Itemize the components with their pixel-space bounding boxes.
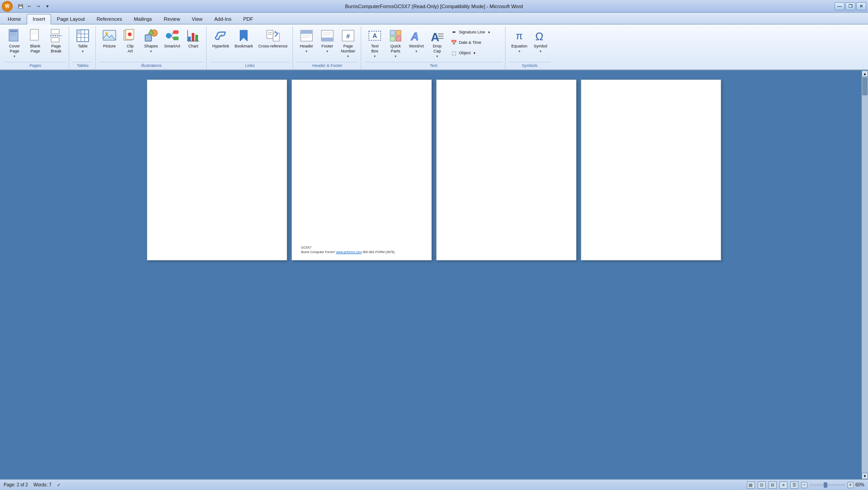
minimize-button[interactable]: — [835, 2, 844, 10]
status-right: ▤ ⊡ ⊟ ≡ ☰ − + 60% [747, 481, 864, 489]
undo-button[interactable]: ↩ [25, 2, 33, 10]
tab-addins[interactable]: Add-Ins [208, 14, 237, 24]
scroll-down-button[interactable]: ▼ [862, 473, 868, 479]
close-button[interactable]: ✕ [856, 2, 866, 10]
quick-parts-button[interactable]: QuickParts ▼ [386, 27, 406, 59]
shapes-icon [144, 28, 158, 43]
save-button[interactable]: 💾 [16, 2, 24, 10]
svg-rect-34 [273, 33, 279, 41]
page-number-label: PageNumber [341, 44, 355, 54]
cover-page-icon [7, 28, 22, 43]
signature-line-dropdown: ▼ [487, 31, 491, 34]
cover-page-button[interactable]: CoverPage ▼ [5, 27, 24, 59]
ribbon-group-tables: Table ▼ Tables [70, 26, 96, 70]
svg-rect-51 [390, 36, 395, 41]
picture-button[interactable]: Picture [99, 27, 119, 50]
scroll-track[interactable] [862, 77, 868, 473]
zoom-thumb[interactable] [824, 482, 827, 488]
print-layout-btn[interactable]: ▤ [747, 481, 755, 489]
text-box-label: TextBox [371, 44, 379, 54]
tab-pdf[interactable]: PDF [237, 14, 259, 24]
symbols-group-content: π Equation ▼ Ω Symbol ▼ [509, 27, 551, 61]
blank-page-button[interactable]: BlankPage [25, 27, 45, 55]
cross-reference-button[interactable]: Cross-reference [256, 27, 290, 50]
footer-dropdown: ▼ [326, 50, 329, 53]
tab-page-layout[interactable]: Page Layout [51, 14, 91, 24]
footer-button[interactable]: Footer ▼ [317, 27, 337, 54]
draft-view-btn[interactable]: ☰ [790, 481, 798, 489]
hyperlink-icon [213, 28, 228, 43]
equation-button[interactable]: π Equation ▼ [509, 27, 530, 54]
footer-line2: Burris Computer Forms* www.pcforms.com 8… [301, 250, 395, 254]
shapes-button[interactable]: Shapes ▼ [141, 27, 161, 54]
tab-review[interactable]: Review [158, 14, 186, 24]
cross-reference-icon [266, 28, 280, 43]
wordart-button[interactable]: A A WordArt ▼ [406, 27, 426, 54]
footer-line1: GC5X7 [301, 245, 395, 250]
page-1[interactable] [147, 80, 287, 260]
bookmark-icon [236, 28, 251, 43]
smartart-button[interactable]: SmartArt [162, 27, 183, 50]
zoom-in-button[interactable]: + [847, 482, 854, 488]
hyperlink-button[interactable]: Hyperlink [210, 27, 232, 50]
equation-icon: π [512, 28, 527, 43]
page-2[interactable]: GC5X7 Burris Computer Forms* www.pcforms… [292, 80, 432, 260]
object-button[interactable]: ⬚ Object ▼ [448, 48, 502, 58]
zoom-out-button[interactable]: − [801, 482, 807, 488]
table-button[interactable]: Table ▼ [73, 27, 93, 54]
page-break-button[interactable]: PageBreak [46, 27, 66, 55]
ribbon-group-symbols: π Equation ▼ Ω Symbol ▼ Symbols [506, 26, 553, 70]
date-time-button[interactable]: 📅 Date & Time [448, 38, 502, 47]
tables-group-label: Tables [73, 62, 93, 70]
redo-button[interactable]: ↪ [34, 2, 42, 10]
scroll-thumb[interactable] [862, 77, 868, 95]
svg-line-27 [171, 36, 173, 38]
footer-label: Footer [321, 44, 333, 49]
customize-qa-button[interactable]: ▼ [43, 2, 52, 10]
drop-cap-label: DropCap [433, 44, 442, 54]
scroll-up-button[interactable]: ▲ [862, 71, 868, 77]
shapes-label: Shapes [144, 44, 158, 49]
svg-rect-1 [10, 30, 17, 32]
vertical-scrollbar[interactable]: ▲ ▼ [862, 71, 868, 479]
svg-rect-23 [166, 33, 171, 38]
drop-cap-button[interactable]: A DropCap ▼ [427, 27, 447, 59]
clip-art-button[interactable]: ClipArt [120, 27, 140, 55]
page-4[interactable] [581, 80, 721, 260]
bookmark-button[interactable]: Bookmark [232, 27, 255, 50]
tab-mailings[interactable]: Mailings [128, 14, 158, 24]
table-label: Table [78, 44, 88, 49]
clip-art-icon [123, 28, 137, 43]
picture-label: Picture [103, 44, 116, 49]
tab-references[interactable]: References [91, 14, 128, 24]
page-3[interactable] [436, 80, 576, 260]
hyperlink-label: Hyperlink [212, 44, 230, 49]
web-layout-btn[interactable]: ⊟ [769, 481, 777, 489]
tab-home[interactable]: Home [2, 14, 27, 24]
tab-view[interactable]: View [186, 14, 208, 24]
bookmark-label: Bookmark [235, 44, 253, 49]
symbol-button[interactable]: Ω Symbol ▼ [531, 27, 551, 54]
picture-icon [102, 28, 117, 43]
tab-insert[interactable]: Insert [27, 14, 51, 24]
footer-link[interactable]: www.pcforms.com [336, 250, 362, 254]
signature-line-icon: ✒ [450, 28, 458, 36]
signature-line-button[interactable]: ✒ Signature Line ▼ [448, 27, 502, 37]
svg-rect-24 [173, 30, 179, 34]
svg-rect-4 [30, 29, 38, 40]
header-button[interactable]: Header ▼ [297, 27, 316, 54]
restore-button[interactable]: ❐ [845, 2, 855, 10]
page-number-button[interactable]: # PageNumber ▼ [338, 27, 358, 59]
outline-view-btn[interactable]: ≡ [779, 481, 788, 489]
zoom-track[interactable] [809, 484, 845, 486]
chart-button[interactable]: Chart [184, 27, 203, 50]
full-screen-btn[interactable]: ⊡ [758, 481, 766, 489]
ribbon-group-text: A TextBox ▼ QuickParts ▼ [362, 26, 505, 70]
svg-rect-28 [188, 37, 191, 41]
drop-cap-icon: A [430, 28, 444, 43]
zoom-level: 60% [855, 482, 864, 487]
signature-line-label: Signature Line [459, 30, 485, 34]
page-footer: GC5X7 Burris Computer Forms* www.pcforms… [301, 245, 395, 254]
object-dropdown: ▼ [473, 52, 476, 55]
text-box-button[interactable]: A TextBox ▼ [365, 27, 385, 59]
